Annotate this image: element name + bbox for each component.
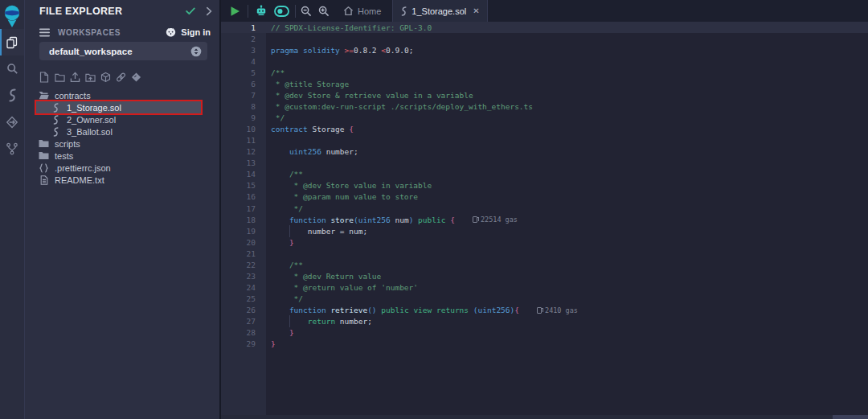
tree-item-label: 3_Ballot.sol (67, 127, 113, 137)
code-line[interactable]: 26 function retrieve() public view retur… (221, 305, 868, 316)
code-line[interactable]: 18 function store(uint256 num) public {2… (221, 214, 868, 225)
code-text: uint256 number; (271, 147, 358, 156)
code-line[interactable]: 2 (221, 33, 868, 44)
topbar-separator (248, 5, 248, 18)
tree-item-label: scripts (55, 139, 80, 149)
line-number: 1 (221, 23, 256, 32)
upload-folder-icon[interactable] (85, 72, 96, 83)
code-line[interactable]: 3pragma solidity >=0.8.2 <0.9.0; (221, 44, 868, 55)
chevron-right-icon[interactable] (206, 6, 212, 16)
tab-home[interactable]: Home (343, 6, 381, 16)
gist-icon[interactable] (131, 72, 141, 83)
remix-logo[interactable] (0, 0, 24, 29)
line-number: 19 (221, 227, 256, 236)
code-line[interactable]: 10contract Storage { (221, 124, 868, 135)
select-caret-icon (190, 46, 202, 57)
code-line[interactable]: 24 * @return value of 'number' (221, 281, 868, 293)
line-number: 2 (221, 35, 256, 43)
tree-item-prettierrc-json[interactable]: .prettierrc.json (25, 162, 219, 174)
code-line[interactable]: 19 number = num; (221, 225, 868, 236)
tree-item-scripts[interactable]: scripts (25, 138, 219, 150)
line-number: 24 (221, 283, 256, 292)
code-line[interactable]: 27 return number; (221, 316, 868, 327)
code-text: */ (271, 204, 303, 213)
workspace-selected-value: default_workspace (49, 47, 190, 56)
code-editor[interactable]: 1// SPDX-License-Identifier: GPL-3.023pr… (221, 22, 868, 419)
new-file-icon[interactable] (39, 72, 50, 83)
search-icon[interactable] (0, 55, 24, 82)
panel-divider[interactable] (219, 0, 221, 419)
code-line[interactable]: 12 uint256 number; (221, 146, 868, 158)
home-tab-label: Home (358, 6, 381, 16)
git-icon[interactable] (0, 135, 24, 162)
cube-icon[interactable] (100, 72, 111, 83)
code-lines: 1// SPDX-License-Identifier: GPL-3.023pr… (221, 22, 868, 350)
code-text: * @param num value to store (271, 192, 418, 201)
tree-item-readme-txt[interactable]: README.txt (25, 174, 219, 186)
tree-item-contracts[interactable]: contracts (25, 89, 219, 101)
tab-active-file[interactable]: 1_Storage.sol ✕ (392, 0, 487, 22)
sign-in-button[interactable]: Sign in (165, 27, 211, 38)
zoom-in-icon[interactable] (318, 6, 330, 17)
line-number: 3 (221, 46, 256, 55)
code-line[interactable]: 17 */ (221, 203, 868, 214)
code-line[interactable]: 21 (221, 248, 868, 259)
code-line[interactable]: 9 */ (221, 113, 868, 124)
ai-assistant-icon[interactable] (255, 5, 268, 17)
line-number: 12 (221, 147, 256, 156)
code-line[interactable]: 25 */ (221, 294, 868, 305)
toggle-icon[interactable] (274, 6, 289, 17)
code-line[interactable]: 6 * @title Storage (221, 78, 868, 89)
sign-in-label: Sign in (181, 27, 211, 37)
file-explorer-panel: FILE EXPLORER WORKSPACES Sign in de (24, 0, 219, 419)
code-text: function retrieve() public view returns … (271, 306, 519, 314)
code-line[interactable]: 11 (221, 135, 868, 146)
code-line[interactable]: 28 } (221, 327, 868, 339)
workspace-select[interactable]: default_workspace (39, 42, 207, 60)
line-number: 14 (221, 170, 256, 179)
code-text: contract Storage { (271, 125, 354, 134)
deploy-run-icon[interactable] (0, 109, 24, 135)
file-tree: contracts1_Storage.sol2_Owner.sol3_Ballo… (25, 89, 219, 186)
panel-title: FILE EXPLORER (39, 6, 175, 17)
zoom-out-icon[interactable] (301, 6, 312, 17)
line-number: 17 (221, 204, 256, 213)
tree-item-2-owner-sol[interactable]: 2_Owner.sol (25, 113, 219, 125)
main-area: Home 1_Storage.sol ✕ 1// SPDX-License-Id… (221, 0, 868, 419)
line-number: 4 (221, 57, 256, 66)
link-icon[interactable] (116, 72, 126, 83)
tree-item-tests[interactable]: tests (25, 150, 219, 162)
code-text: number = num; (271, 227, 367, 236)
code-line[interactable]: 13 (221, 158, 868, 169)
close-icon[interactable]: ✕ (473, 6, 479, 15)
solidity-compiler-icon[interactable] (0, 82, 24, 109)
code-text: */ (271, 294, 303, 303)
scrollbar-thumb[interactable] (833, 415, 868, 419)
code-text: * @custom:dev-run-script ./scripts/deplo… (271, 102, 533, 111)
code-line[interactable]: 7 * @dev Store & retrieve value in a var… (221, 89, 868, 101)
horizontal-scrollbar[interactable] (221, 415, 868, 419)
tree-item-1-storage-sol[interactable]: 1_Storage.sol (25, 101, 219, 113)
code-text: } (271, 339, 276, 348)
code-line[interactable]: 8 * @custom:dev-run-script ./scripts/dep… (221, 101, 868, 112)
upload-file-icon[interactable] (70, 72, 80, 83)
code-line[interactable]: 22 /** (221, 259, 868, 270)
editor-topbar: Home 1_Storage.sol ✕ (221, 0, 868, 22)
run-script-icon[interactable] (230, 6, 240, 17)
new-folder-icon[interactable] (55, 72, 65, 83)
line-number: 27 (221, 317, 256, 326)
code-line[interactable]: 15 * @dev Store value in variable (221, 180, 868, 191)
file-explorer-icon[interactable] (0, 29, 24, 55)
code-line[interactable]: 1// SPDX-License-Identifier: GPL-3.0 (221, 22, 868, 33)
code-line[interactable]: 14 /** (221, 169, 868, 180)
code-line[interactable]: 20 } (221, 236, 868, 248)
code-line[interactable]: 16 * @param num value to store (221, 191, 868, 203)
code-line[interactable]: 5/** (221, 67, 868, 78)
hamburger-menu-icon[interactable] (39, 28, 50, 37)
check-icon[interactable] (186, 7, 195, 15)
code-line[interactable]: 23 * @dev Return value (221, 270, 868, 281)
tree-item-3-ballot-sol[interactable]: 3_Ballot.sol (25, 125, 219, 138)
code-line[interactable]: 4 (221, 55, 868, 67)
file-actions-toolbar (39, 72, 141, 84)
code-line[interactable]: 29} (221, 339, 868, 350)
